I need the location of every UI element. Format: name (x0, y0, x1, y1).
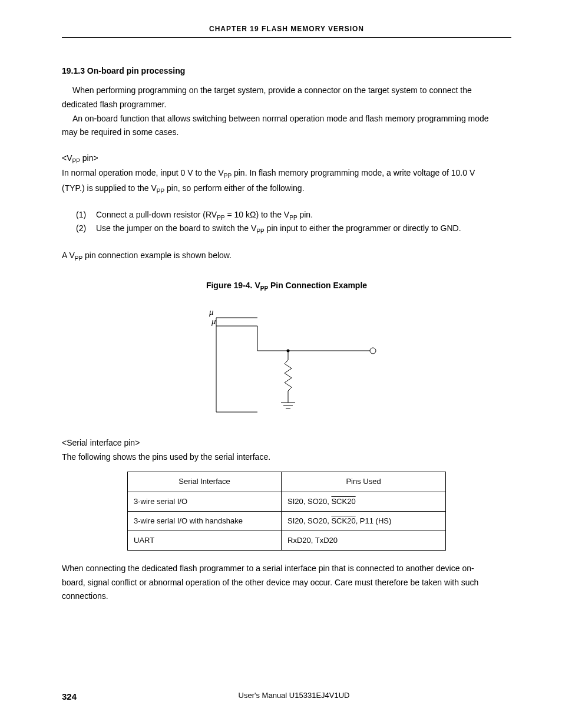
list-number: (2) (76, 222, 96, 236)
document-page: CHAPTER 19 FLASH MEMORY VERSION 19.1.3 O… (0, 0, 562, 728)
terminal-icon (370, 348, 376, 354)
paragraph: dedicated flash programmer. (62, 98, 511, 111)
section-number: 19.1.3 (62, 66, 85, 75)
table-cell: 3-wire serial I/O (128, 492, 282, 511)
paragraph: A VPP pin connection example is shown be… (62, 249, 511, 263)
table-row: UART RxD20, TxD20 (128, 531, 446, 550)
paragraph: When performing programming on the targe… (62, 84, 511, 97)
numbered-list: (1) Connect a pull-down resistor (RVPP =… (62, 209, 511, 236)
list-text: Use the jumper on the board to switch th… (96, 222, 461, 236)
page-number: 324 (62, 690, 77, 703)
figure-caption: Figure 19-4. VPP Pin Connection Example (62, 279, 511, 293)
list-number: (1) (76, 209, 96, 222)
chapter-header: CHAPTER 19 FLASH MEMORY VERSION (62, 24, 511, 38)
paragraph: connections. (62, 590, 511, 603)
page-footer: 324 User's Manual U15331EJ4V1UD (62, 690, 511, 703)
paragraph: (TYP.) is supplied to the VPP pin, so pe… (62, 182, 511, 196)
table-cell: RxD20, TxD20 (282, 531, 446, 550)
paragraph: may be required in some cases. (62, 126, 511, 139)
table-cell: 3-wire serial I/O with handshake (128, 511, 282, 531)
mu-label: µ (211, 317, 216, 326)
table-header-row: Serial Interface Pins Used (128, 472, 446, 492)
resistor-icon (285, 360, 292, 391)
subsection-label: <VPP pin> (62, 152, 511, 166)
table-header: Pins Used (282, 472, 446, 492)
vpp-pin-section: <VPP pin> In normal operation mode, inpu… (62, 152, 511, 196)
section-heading: 19.1.3 On-board pin processing (62, 65, 511, 78)
paragraph: An on-board function that allows switchi… (62, 113, 511, 126)
manual-id: User's Manual U15331EJ4V1UD (62, 690, 511, 701)
table-row: 3-wire serial I/O SI20, SO20, SCK20 (128, 492, 446, 511)
table-row: 3-wire serial I/O with handshake SI20, S… (128, 511, 446, 531)
paragraph: board, signal conflict or abnormal opera… (62, 577, 511, 589)
table-cell: SI20, SO20, SCK20 (282, 492, 446, 511)
section-title: On-board pin processing (87, 66, 185, 75)
pins-table: Serial Interface Pins Used 3-wire serial… (127, 472, 446, 551)
list-item: (1) Connect a pull-down resistor (RVPP =… (76, 209, 511, 222)
paragraph: When connecting the dedicated flash prog… (62, 562, 511, 575)
circuit-diagram-svg: µ µ (181, 305, 393, 423)
table-header: Serial Interface (128, 472, 282, 492)
list-text: Connect a pull-down resistor (RVPP = 10 … (96, 209, 313, 222)
paragraph: The following shows the pins used by the… (62, 451, 511, 464)
table-cell: SI20, SO20, SCK20, P11 (HS) (282, 511, 446, 531)
figure-diagram: µ µ (62, 305, 511, 423)
paragraph: In normal operation mode, input 0 V to t… (62, 167, 511, 180)
list-item: (2) Use the jumper on the board to switc… (76, 222, 511, 236)
table-cell: UART (128, 531, 282, 550)
mu-label: µ (209, 308, 214, 317)
serial-pin-section: <Serial interface pin> The following sho… (62, 437, 511, 603)
subsection-label: <Serial interface pin> (62, 437, 511, 450)
